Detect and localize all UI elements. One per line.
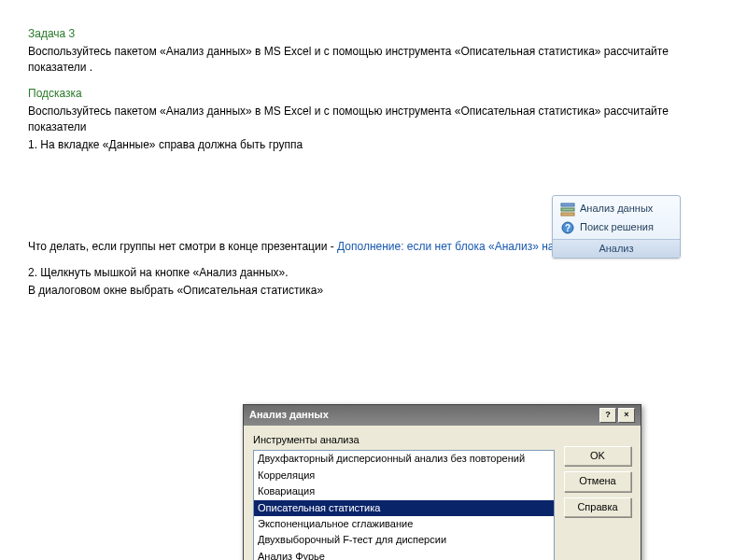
- dialog-close-button[interactable]: ×: [618, 408, 635, 423]
- analysis-tools-listbox[interactable]: Двухфакторный дисперсионный анализ без п…: [253, 450, 555, 560]
- ribbon-item-label: Поиск решения: [580, 220, 654, 234]
- ribbon-item-data-analysis[interactable]: Анализ данных: [558, 200, 674, 218]
- ribbon-group-label: Анализ: [553, 239, 680, 258]
- task-title: Задача 3: [28, 26, 719, 42]
- listbox-item[interactable]: Корреляция: [254, 468, 554, 483]
- data-analysis-icon: [560, 202, 575, 217]
- dialog-help-button[interactable]: ?: [599, 408, 616, 423]
- ribbon-analysis-group: Анализ данных ? Поиск решения Анализ: [552, 195, 681, 259]
- data-analysis-dialog: Анализ данных ? × Инструменты анализа Дв…: [243, 404, 641, 560]
- hint-line1: Воспользуйтесь пакетом «Анализ данных» в…: [28, 104, 719, 135]
- hint-title: Подсказка: [28, 86, 719, 102]
- hint-step2b: В диалоговом окне выбрать «Описательная …: [28, 283, 719, 299]
- task-description: Воспользуйтесь пакетом «Анализ данных» в…: [28, 44, 719, 76]
- svg-rect-2: [561, 213, 574, 216]
- solver-icon: ?: [560, 220, 575, 235]
- hint-step2: 2. Щелкнуть мышкой на кнопке «Анализ дан…: [28, 265, 719, 281]
- listbox-item[interactable]: Двухвыборочный F-тест для дисперсии: [254, 532, 554, 548]
- listbox-label: Инструменты анализа: [253, 433, 555, 447]
- ok-button[interactable]: OK: [564, 446, 631, 466]
- hint-step1: 1. На вкладке «Данные» справа должна быт…: [28, 137, 719, 153]
- document-content: Задача 3 Воспользуйтесь пакетом «Анализ …: [28, 26, 719, 299]
- listbox-item[interactable]: Экспоненциальное сглаживание: [254, 516, 554, 532]
- ribbon-item-solver[interactable]: ? Поиск решения: [558, 218, 674, 237]
- ribbon-item-label: Анализ данных: [580, 202, 653, 216]
- cancel-button[interactable]: Отмена: [564, 471, 631, 491]
- listbox-item[interactable]: Ковариация: [254, 483, 554, 499]
- svg-rect-0: [561, 203, 574, 206]
- svg-text:?: ?: [565, 223, 571, 233]
- svg-rect-1: [561, 208, 574, 211]
- dialog-title-text: Анализ данных: [249, 408, 329, 422]
- help-button[interactable]: Справка: [564, 497, 631, 517]
- listbox-item[interactable]: Анализ Фурье: [254, 549, 554, 560]
- dialog-titlebar: Анализ данных ? ×: [244, 405, 641, 426]
- listbox-item[interactable]: Двухфакторный дисперсионный анализ без п…: [254, 451, 554, 467]
- hint-missing-prefix: Что делать, если группы нет смотри в кон…: [28, 240, 337, 253]
- listbox-item[interactable]: Описательная статистика: [254, 500, 554, 516]
